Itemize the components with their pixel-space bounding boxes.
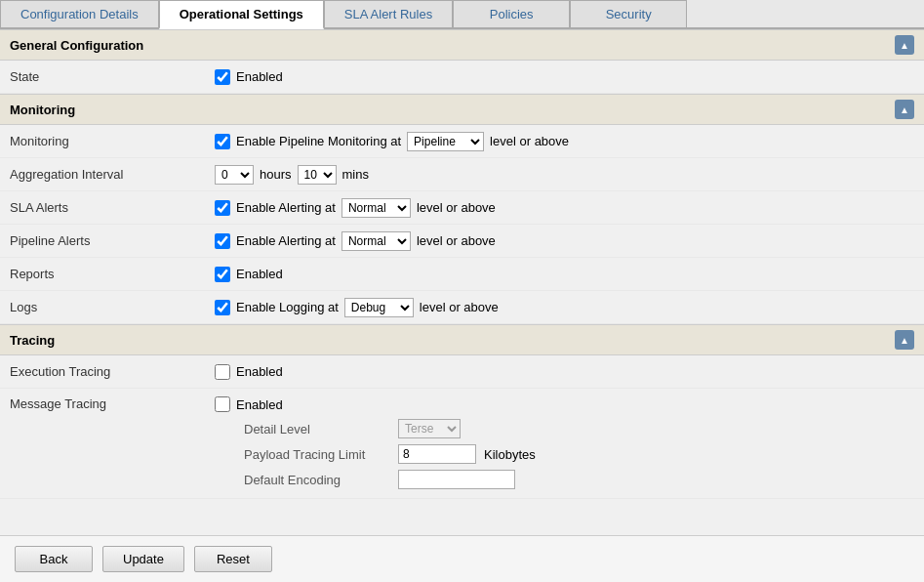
logs-row: Logs Enable Logging at DebugInfoWarningE… [0, 291, 924, 324]
execution-tracing-label: Execution Tracing [10, 364, 215, 379]
logs-prefix: Enable Logging at [236, 300, 339, 314]
state-checkbox[interactable] [215, 69, 230, 85]
default-encoding-input[interactable] [398, 470, 515, 489]
aggregation-hours-select[interactable]: 01234561224 [215, 165, 254, 185]
default-encoding-row: Default Encoding [244, 467, 536, 492]
monitoring-header: Monitoring ▲ [0, 94, 924, 125]
pipeline-alerts-checkbox[interactable] [215, 233, 230, 249]
state-content: Enabled [215, 69, 914, 85]
message-tracing-content: Enabled Detail Level TerseTypicalFull Pa… [215, 396, 914, 492]
monitoring-content: Enable Pipeline Monitoring at Pipeline S… [215, 132, 914, 151]
sla-alerts-prefix: Enable Alerting at [236, 200, 336, 215]
tracing-title: Tracing [10, 333, 55, 348]
monitoring-checkbox[interactable] [215, 134, 230, 149]
monitoring-suffix: level or above [490, 134, 569, 148]
payload-tracing-label: Payload Tracing Limit [244, 447, 390, 462]
message-tracing-label: Message Tracing [10, 396, 215, 411]
general-config-collapse[interactable]: ▲ [895, 35, 914, 55]
state-label: State [10, 69, 215, 84]
reports-label: Reports [10, 267, 215, 281]
aggregation-content: 01234561224 hours 1510153060 mins [215, 165, 914, 185]
execution-tracing-text: Enabled [236, 364, 283, 379]
aggregation-hours-label: hours [260, 167, 292, 182]
monitoring-label: Monitoring [10, 134, 215, 148]
execution-tracing-row: Execution Tracing Enabled [0, 355, 924, 389]
payload-tracing-row: Payload Tracing Limit Kilobytes [244, 441, 536, 467]
aggregation-row: Aggregation Interval 01234561224 hours 1… [0, 158, 924, 191]
tracing-collapse[interactable]: ▲ [895, 330, 914, 350]
reports-text: Enabled [236, 267, 283, 281]
pipeline-alerts-row: Pipeline Alerts Enable Alerting at Norma… [0, 225, 924, 258]
execution-tracing-checkbox[interactable] [215, 364, 230, 380]
tab-policies[interactable]: Policies [453, 0, 570, 27]
monitoring-title: Monitoring [10, 103, 75, 117]
general-config-title: General Configuration [10, 38, 143, 53]
update-button[interactable]: Update [102, 546, 184, 572]
execution-tracing-content: Enabled [215, 364, 914, 380]
tab-configuration-details[interactable]: Configuration Details [0, 0, 159, 27]
payload-tracing-unit: Kilobytes [484, 447, 536, 462]
monitoring-prefix: Enable Pipeline Monitoring at [236, 134, 401, 148]
tracing-header: Tracing ▲ [0, 324, 924, 355]
default-encoding-label: Default Encoding [244, 473, 390, 487]
message-tracing-sub: Detail Level TerseTypicalFull Payload Tr… [215, 416, 536, 492]
logs-level-select[interactable]: DebugInfoWarningError [344, 298, 414, 317]
message-tracing-row: Message Tracing Enabled Detail Level Ter… [0, 389, 924, 499]
pipeline-alerts-label: Pipeline Alerts [10, 233, 215, 248]
logs-content: Enable Logging at DebugInfoWarningError … [215, 298, 914, 317]
tab-security[interactable]: Security [570, 0, 687, 27]
reports-checkbox[interactable] [215, 267, 230, 282]
detail-level-row: Detail Level TerseTypicalFull [244, 416, 536, 441]
sla-alerts-suffix: level or above [417, 200, 496, 215]
aggregation-mins-select[interactable]: 1510153060 [298, 165, 337, 185]
state-text: Enabled [236, 69, 283, 84]
tab-bar: Configuration Details Operational Settin… [0, 0, 924, 29]
state-row: State Enabled [0, 61, 924, 94]
detail-level-select[interactable]: TerseTypicalFull [398, 419, 461, 438]
detail-level-label: Detail Level [244, 422, 390, 436]
message-tracing-text: Enabled [236, 397, 283, 412]
footer: Back Update Reset [0, 535, 924, 582]
pipeline-alerts-level-select[interactable]: NormalWarningMinorMajorFatal [341, 231, 411, 251]
reports-content: Enabled [215, 267, 914, 282]
monitoring-row: Monitoring Enable Pipeline Monitoring at… [0, 125, 924, 158]
sla-alerts-content: Enable Alerting at NormalWarningMinorMaj… [215, 198, 914, 218]
pipeline-alerts-suffix: level or above [417, 233, 496, 248]
sla-alerts-checkbox[interactable] [215, 200, 230, 216]
sla-alerts-row: SLA Alerts Enable Alerting at NormalWarn… [0, 191, 924, 225]
tab-sla-alert-rules[interactable]: SLA Alert Rules [324, 0, 453, 27]
main-content: General Configuration ▲ State Enabled Mo… [0, 29, 924, 557]
aggregation-mins-label: mins [342, 167, 369, 182]
sla-alerts-label: SLA Alerts [10, 200, 215, 215]
pipeline-alerts-content: Enable Alerting at NormalWarningMinorMaj… [215, 231, 914, 251]
sla-alerts-level-select[interactable]: NormalWarningMinorMajorFatal [341, 198, 411, 218]
payload-tracing-input[interactable] [398, 444, 476, 464]
pipeline-alerts-prefix: Enable Alerting at [236, 233, 336, 248]
logs-checkbox[interactable] [215, 300, 230, 315]
tab-operational-settings[interactable]: Operational Settings [159, 0, 324, 29]
logs-label: Logs [10, 300, 215, 314]
monitoring-collapse[interactable]: ▲ [895, 100, 914, 119]
general-config-header: General Configuration ▲ [0, 29, 924, 61]
back-button[interactable]: Back [15, 546, 93, 572]
logs-suffix: level or above [420, 300, 499, 314]
reset-button[interactable]: Reset [194, 546, 272, 572]
message-tracing-checkbox[interactable] [215, 396, 230, 412]
aggregation-label: Aggregation Interval [10, 167, 215, 182]
monitoring-level-select[interactable]: Pipeline Service Operation [407, 132, 484, 151]
reports-row: Reports Enabled [0, 258, 924, 291]
